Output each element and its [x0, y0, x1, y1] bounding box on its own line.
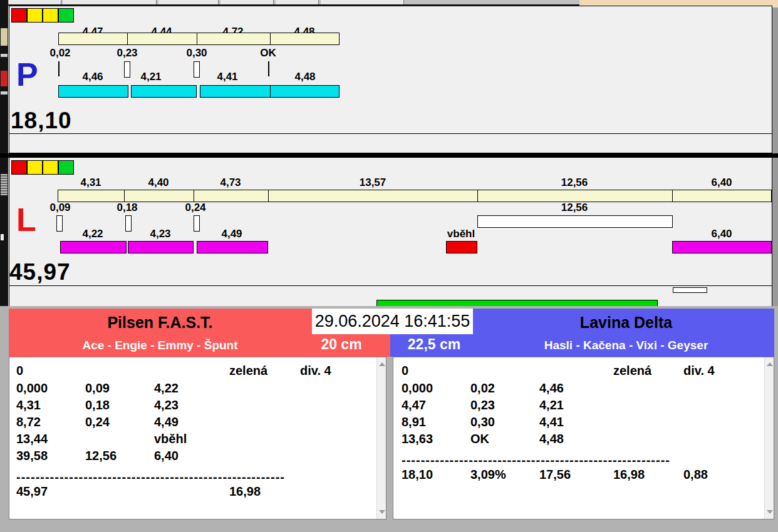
result-total-cell: 0,88	[683, 468, 708, 482]
timeline-segment	[477, 190, 673, 202]
result-cell: 8,91	[402, 415, 426, 429]
status-box	[673, 287, 707, 293]
scroll-up-icon[interactable]	[379, 362, 385, 366]
dog-time-label: 4,23	[132, 228, 189, 240]
team-left-jump-height: 20 cm	[301, 336, 382, 353]
result-cell: 0,02	[470, 381, 495, 396]
result-total-cell: 3,09%	[470, 468, 506, 482]
start-light-yellow	[43, 160, 58, 175]
dog-time-bar	[128, 241, 194, 253]
rerun-bar	[477, 215, 673, 228]
change-marker	[194, 215, 200, 232]
start-light-green	[58, 8, 74, 23]
dog-time-label: 4,46	[65, 71, 121, 83]
lane-p-total-time: 18,10	[11, 109, 72, 132]
dog-time-bar	[131, 85, 197, 98]
result-cell: 4,23	[154, 398, 179, 412]
start-light-yellow	[43, 8, 58, 23]
sliver-fragment	[1, 91, 8, 95]
timeline-segment	[58, 33, 128, 45]
result-cell: 4,31	[16, 398, 41, 412]
result-total-cell: 18,10	[402, 468, 433, 482]
dog-time-bar	[270, 85, 340, 98]
sliver-fragment	[1, 54, 8, 57]
result-cell: 39,58	[16, 449, 48, 463]
result-cell: div. 4	[300, 364, 331, 378]
result-cell: 4,46	[539, 381, 564, 396]
change-time-label: 0,02	[32, 47, 88, 59]
result-cell: 0,000	[16, 381, 48, 396]
result-cell: div. 4	[683, 364, 715, 378]
results-panel: Pilsen F.A.S.T. Ace - Engie - Emmy - Špu…	[0, 306, 778, 532]
result-cell: 0,000	[402, 381, 433, 396]
result-cell: 0,09	[85, 381, 110, 396]
result-cell: 4,47	[402, 398, 426, 412]
timeline-segment	[268, 190, 478, 202]
dog-time-label: 4,49	[204, 228, 260, 240]
result-divider: ----------------------------------------…	[402, 453, 701, 468]
result-cell: 0,18	[85, 398, 110, 412]
split-time-label: 6,40	[693, 176, 750, 189]
lane-p-footer-strip	[9, 133, 772, 153]
timeline-segment	[124, 190, 194, 202]
split-time-label: 13,57	[345, 176, 401, 189]
timeline-segment	[197, 33, 271, 45]
change-time-label: 0,24	[167, 202, 224, 214]
dog-time-label: 4,22	[65, 228, 121, 240]
result-cell: 0,24	[85, 415, 110, 429]
dog-time-bar	[58, 85, 128, 98]
team-right-results: 0zelenádiv. 40,0000,024,464,470,234,218,…	[393, 357, 774, 519]
result-cell: OK	[470, 432, 489, 446]
start-light-red	[11, 160, 27, 175]
team-left-name: Pilsen F.A.S.T.	[9, 314, 311, 332]
result-cell: 4,21	[539, 398, 564, 412]
split-time-label: 4,73	[202, 176, 259, 189]
team-left-dogs: Ace - Engie - Emmy - Špunt	[9, 339, 311, 352]
scroll-up-icon[interactable]	[767, 362, 773, 366]
result-cell: 13,44	[16, 432, 48, 446]
result-cell: 0	[16, 364, 23, 378]
result-cell: 4,22	[154, 381, 179, 396]
start-light-yellow	[27, 8, 43, 23]
sliver-fragment	[1, 234, 4, 240]
timeline-segment	[270, 33, 340, 45]
dog-time-label: 4,41	[199, 71, 256, 83]
result-total-cell: 17,56	[539, 468, 571, 482]
start-light-red	[11, 8, 27, 23]
sliver-fragment	[1, 174, 8, 195]
dog-time-label: 4,48	[277, 71, 333, 83]
dog-time-bar	[60, 241, 127, 253]
split-time-label: 4,40	[130, 176, 187, 189]
change-marker	[125, 215, 132, 232]
change-marker	[268, 61, 269, 76]
result-total-cell: 16,98	[229, 484, 261, 499]
sliver-fragment	[1, 28, 8, 46]
change-time-label: 0,23	[99, 47, 155, 59]
result-cell: 0,23	[470, 398, 495, 412]
dog-time-label: vběhl	[433, 228, 489, 240]
status-strip	[9, 285, 772, 306]
result-cell: 12,56	[85, 449, 117, 463]
team-right-jump-height: 22,5 cm	[397, 336, 472, 353]
result-divider: ----------------------------------------…	[16, 470, 316, 484]
timeline-segment	[58, 190, 125, 202]
dog-time-bar	[672, 241, 772, 253]
scrollbar[interactable]	[764, 357, 774, 519]
start-light-green	[58, 160, 74, 175]
dog-time-bar	[197, 241, 268, 253]
start-light-yellow	[27, 160, 43, 175]
result-cell: 4,48	[539, 432, 564, 446]
result-total-cell: 45,97	[16, 484, 48, 499]
timeline-segment	[127, 33, 197, 45]
flyball-timing-screen: P 18,10 4,474,444,724,480,020,230,30OK4,…	[0, 0, 778, 532]
timeline-segment	[194, 190, 269, 202]
split-time-label: 4,31	[63, 176, 119, 189]
scrollbar[interactable]	[376, 357, 386, 519]
scroll-down-icon[interactable]	[379, 510, 385, 514]
timeline-segment	[672, 190, 772, 202]
result-cell: 8,72	[16, 415, 41, 429]
lane-l-total-time: 45,97	[9, 260, 71, 284]
scroll-down-icon[interactable]	[767, 510, 773, 514]
result-cell: 13,63	[402, 432, 433, 446]
dog-time-label: 4,21	[123, 71, 179, 83]
